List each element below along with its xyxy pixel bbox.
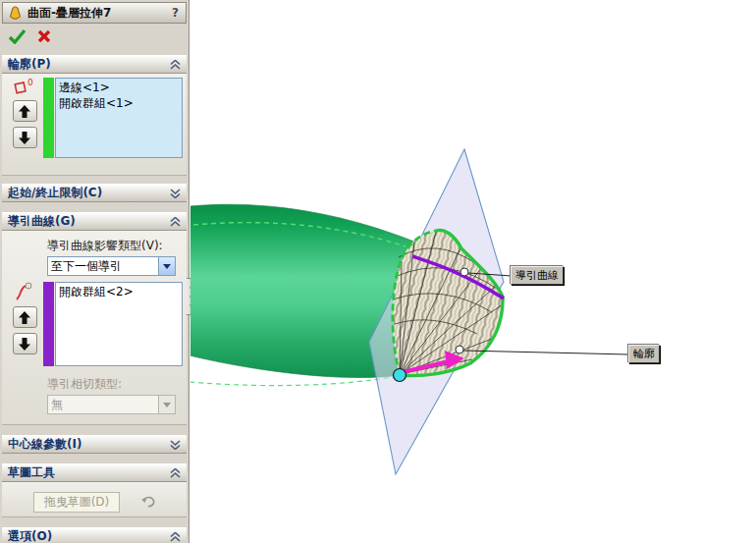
section-title: 選項(O) bbox=[8, 528, 170, 543]
dropdown-arrow-button[interactable] bbox=[158, 257, 175, 275]
influence-type-dropdown[interactable]: 至下一個導引 bbox=[47, 256, 176, 276]
list-item[interactable]: 邊線<1> bbox=[59, 80, 179, 95]
panel-title: 曲面-疊層拉伸7 bbox=[27, 5, 169, 22]
drag-sketch-button: 拖曳草圖(D) bbox=[33, 492, 120, 513]
profiles-color-bar bbox=[43, 78, 54, 158]
section-title: 輪廓(P) bbox=[8, 56, 170, 73]
profiles-section-body: 0 邊線<1> 開啟群組<1> bbox=[2, 74, 187, 176]
guide-curve-selection-icon bbox=[13, 282, 36, 301]
move-profile-down-button[interactable] bbox=[13, 127, 37, 148]
solidworks-window: { "panel": { "title": "曲面-疊層拉伸7", "help_… bbox=[0, 0, 756, 543]
up-arrow-icon bbox=[19, 311, 30, 324]
loft-preview-scene bbox=[190, 0, 756, 543]
section-header-sketch-tools[interactable]: 草圖工具 bbox=[2, 463, 187, 482]
dropdown-arrow-icon bbox=[163, 403, 171, 407]
list-item[interactable]: 開啟群組<2> bbox=[59, 284, 179, 299]
chevron-up-icon bbox=[170, 532, 181, 542]
section-header-options[interactable]: 選項(O) bbox=[2, 527, 187, 543]
ok-button[interactable] bbox=[8, 28, 27, 44]
profiles-listbox[interactable]: 邊線<1> 開啟群組<1> bbox=[55, 78, 183, 158]
influence-type-value: 至下一個導引 bbox=[48, 258, 158, 275]
up-arrow-icon bbox=[19, 105, 30, 118]
move-guide-down-button[interactable] bbox=[13, 333, 37, 354]
section-title: 中心線參數(I) bbox=[8, 436, 170, 453]
profile-vertex-point[interactable] bbox=[394, 369, 406, 382]
section-header-guide-curves[interactable]: 導引曲線(G) bbox=[2, 212, 187, 231]
section-header-centerline-parameters[interactable]: 中心線參數(I) bbox=[2, 435, 187, 454]
chevron-down-icon bbox=[170, 189, 181, 198]
chevron-up-icon bbox=[170, 217, 181, 227]
guide-curves-color-bar bbox=[43, 282, 54, 366]
chevron-up-icon bbox=[170, 60, 181, 70]
guide-curve-callout[interactable]: 導引曲線 bbox=[511, 266, 564, 285]
chevron-up-icon bbox=[170, 468, 181, 478]
section-title: 草圖工具 bbox=[8, 464, 170, 481]
profile-selection-icon: 0 bbox=[13, 78, 36, 95]
confirm-toolbar bbox=[2, 24, 187, 49]
section-title: 導引曲線(G) bbox=[8, 213, 170, 230]
profile-callout-anchor[interactable] bbox=[456, 346, 463, 353]
cancel-button[interactable] bbox=[36, 28, 52, 44]
property-manager-panel: 曲面-疊層拉伸7 ? 輪廓(P) 0 bbox=[0, 0, 189, 543]
section-header-start-end-constraints[interactable]: 起始/終止限制(C) bbox=[2, 184, 187, 202]
guide-tangency-dropdown: 無 bbox=[47, 395, 176, 414]
loft-preview-dashed-edge-bottom bbox=[190, 377, 393, 386]
down-arrow-icon bbox=[19, 132, 30, 144]
influence-type-label: 導引曲線影響類型(V): bbox=[47, 238, 183, 254]
chevron-down-icon bbox=[170, 440, 181, 450]
help-button[interactable]: ? bbox=[169, 6, 182, 20]
section-header-profiles[interactable]: 輪廓(P) bbox=[2, 55, 187, 74]
down-arrow-icon bbox=[19, 338, 30, 351]
dropdown-arrow-button bbox=[158, 396, 175, 413]
move-profile-up-button[interactable] bbox=[13, 100, 37, 122]
undo-icon bbox=[140, 495, 156, 509]
panel-titlebar: 曲面-疊層拉伸7 ? bbox=[2, 2, 187, 24]
loft-feature-icon bbox=[7, 5, 24, 21]
guide-curves-listbox[interactable]: 開啟群組<2> bbox=[55, 282, 183, 366]
sketch-tools-section-body: 拖曳草圖(D) bbox=[2, 482, 187, 517]
list-item[interactable]: 開啟群組<1> bbox=[59, 95, 179, 111]
guide-callout-anchor[interactable] bbox=[460, 268, 468, 276]
guide-curves-section-body: 導引曲線影響類型(V): 至下一個導引 bbox=[2, 231, 187, 425]
profile-callout[interactable]: 輪廓 bbox=[628, 345, 660, 363]
section-title: 起始/終止限制(C) bbox=[8, 185, 170, 201]
guide-tangency-value: 無 bbox=[48, 397, 158, 413]
move-guide-up-button[interactable] bbox=[13, 306, 37, 328]
graphics-viewport[interactable] bbox=[190, 0, 756, 543]
profile-count-badge: 0 bbox=[27, 78, 33, 87]
guide-tangency-label: 導引相切類型: bbox=[47, 376, 183, 393]
dropdown-arrow-icon bbox=[163, 264, 171, 269]
